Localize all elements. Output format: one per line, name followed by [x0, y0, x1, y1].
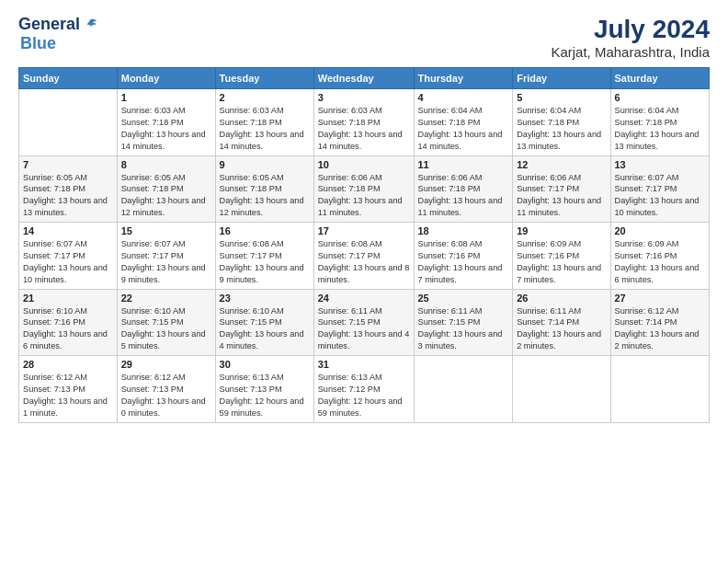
calendar-cell: 23Sunrise: 6:10 AMSunset: 7:15 PMDayligh… [215, 289, 313, 356]
calendar-cell: 6Sunrise: 6:04 AMSunset: 7:18 PMDaylight… [610, 89, 710, 156]
calendar-cell: 10Sunrise: 6:06 AMSunset: 7:18 PMDayligh… [313, 155, 414, 223]
day-number: 4 [418, 92, 509, 103]
calendar-cell: 16Sunrise: 6:08 AMSunset: 7:17 PMDayligh… [215, 223, 313, 290]
day-number: 11 [418, 159, 509, 170]
day-info: Sunrise: 6:04 AMSunset: 7:18 PMDaylight:… [517, 105, 606, 153]
calendar-cell: 17Sunrise: 6:08 AMSunset: 7:17 PMDayligh… [313, 223, 414, 290]
calendar-cell: 11Sunrise: 6:06 AMSunset: 7:18 PMDayligh… [414, 155, 513, 223]
calendar-cell: 1Sunrise: 6:03 AMSunset: 7:18 PMDaylight… [117, 89, 215, 156]
day-number: 14 [23, 225, 113, 236]
day-info: Sunrise: 6:10 AMSunset: 7:15 PMDaylight:… [121, 305, 211, 353]
day-info: Sunrise: 6:06 AMSunset: 7:18 PMDaylight:… [418, 172, 509, 220]
day-info: Sunrise: 6:08 AMSunset: 7:17 PMDaylight:… [318, 238, 410, 286]
calendar-cell: 28Sunrise: 6:12 AMSunset: 7:13 PMDayligh… [19, 356, 118, 423]
day-info: Sunrise: 6:08 AMSunset: 7:16 PMDaylight:… [418, 238, 509, 286]
weekday-header: Monday [117, 68, 215, 89]
calendar-cell: 19Sunrise: 6:09 AMSunset: 7:16 PMDayligh… [513, 223, 610, 290]
day-info: Sunrise: 6:07 AMSunset: 7:17 PMDaylight:… [615, 172, 706, 220]
calendar-cell: 29Sunrise: 6:12 AMSunset: 7:13 PMDayligh… [117, 356, 215, 423]
day-number: 25 [418, 293, 509, 304]
calendar-cell: 9Sunrise: 6:05 AMSunset: 7:18 PMDaylight… [215, 155, 313, 223]
calendar-week-row: 28Sunrise: 6:12 AMSunset: 7:13 PMDayligh… [19, 356, 710, 423]
calendar-week-row: 21Sunrise: 6:10 AMSunset: 7:16 PMDayligh… [19, 289, 710, 356]
day-info: Sunrise: 6:06 AMSunset: 7:18 PMDaylight:… [318, 172, 410, 220]
calendar-week-row: 7Sunrise: 6:05 AMSunset: 7:18 PMDaylight… [19, 155, 710, 223]
calendar-header-row: SundayMondayTuesdayWednesdayThursdayFrid… [19, 68, 710, 89]
logo-blue-text: Blue [20, 34, 56, 53]
calendar-cell: 8Sunrise: 6:05 AMSunset: 7:18 PMDaylight… [117, 155, 215, 223]
day-info: Sunrise: 6:11 AMSunset: 7:15 PMDaylight:… [418, 305, 509, 353]
day-number: 10 [318, 159, 410, 170]
day-info: Sunrise: 6:11 AMSunset: 7:14 PMDaylight:… [517, 305, 606, 353]
day-number: 16 [220, 225, 310, 236]
title-block: July 2024 Karjat, Maharashtra, India [551, 15, 710, 60]
weekday-header: Tuesday [215, 68, 313, 89]
calendar-cell: 14Sunrise: 6:07 AMSunset: 7:17 PMDayligh… [19, 223, 118, 290]
day-info: Sunrise: 6:05 AMSunset: 7:18 PMDaylight:… [121, 172, 211, 220]
calendar-cell: 20Sunrise: 6:09 AMSunset: 7:16 PMDayligh… [610, 223, 710, 290]
day-number: 3 [318, 92, 410, 103]
page: General Blue July 2024 Karjat, Maharasht… [0, 0, 728, 563]
day-info: Sunrise: 6:09 AMSunset: 7:16 PMDaylight:… [615, 238, 706, 286]
calendar-cell: 26Sunrise: 6:11 AMSunset: 7:14 PMDayligh… [513, 289, 610, 356]
day-number: 12 [517, 159, 606, 170]
calendar-cell: 2Sunrise: 6:03 AMSunset: 7:18 PMDaylight… [215, 89, 313, 156]
calendar-cell: 3Sunrise: 6:03 AMSunset: 7:18 PMDaylight… [313, 89, 414, 156]
page-title: July 2024 [551, 15, 710, 44]
day-number: 18 [418, 225, 509, 236]
day-number: 9 [220, 159, 310, 170]
day-number: 29 [121, 359, 211, 370]
day-number: 13 [615, 159, 706, 170]
weekday-header: Saturday [610, 68, 710, 89]
day-info: Sunrise: 6:07 AMSunset: 7:17 PMDaylight:… [121, 238, 211, 286]
calendar-cell: 12Sunrise: 6:06 AMSunset: 7:17 PMDayligh… [513, 155, 610, 223]
calendar-cell [610, 356, 710, 423]
weekday-header: Thursday [414, 68, 513, 89]
calendar-cell: 22Sunrise: 6:10 AMSunset: 7:15 PMDayligh… [117, 289, 215, 356]
day-info: Sunrise: 6:11 AMSunset: 7:15 PMDaylight:… [318, 305, 410, 353]
calendar-cell: 15Sunrise: 6:07 AMSunset: 7:17 PMDayligh… [117, 223, 215, 290]
day-number: 15 [121, 225, 211, 236]
calendar-week-row: 14Sunrise: 6:07 AMSunset: 7:17 PMDayligh… [19, 223, 710, 290]
calendar-cell [513, 356, 610, 423]
day-number: 22 [121, 293, 211, 304]
day-info: Sunrise: 6:03 AMSunset: 7:18 PMDaylight:… [318, 105, 410, 153]
calendar-cell: 7Sunrise: 6:05 AMSunset: 7:18 PMDaylight… [19, 155, 118, 223]
weekday-header: Sunday [19, 68, 118, 89]
calendar-cell: 30Sunrise: 6:13 AMSunset: 7:13 PMDayligh… [215, 356, 313, 423]
calendar-cell: 4Sunrise: 6:04 AMSunset: 7:18 PMDaylight… [414, 89, 513, 156]
day-number: 27 [615, 293, 706, 304]
day-info: Sunrise: 6:04 AMSunset: 7:18 PMDaylight:… [615, 105, 706, 153]
day-number: 30 [220, 359, 310, 370]
calendar-cell [19, 89, 118, 156]
calendar-cell: 27Sunrise: 6:12 AMSunset: 7:14 PMDayligh… [610, 289, 710, 356]
day-number: 19 [517, 225, 606, 236]
calendar-cell: 24Sunrise: 6:11 AMSunset: 7:15 PMDayligh… [313, 289, 414, 356]
day-number: 23 [220, 293, 310, 304]
day-info: Sunrise: 6:12 AMSunset: 7:13 PMDaylight:… [23, 372, 113, 419]
calendar-table: SundayMondayTuesdayWednesdayThursdayFrid… [18, 67, 710, 423]
day-number: 2 [220, 92, 310, 103]
day-number: 1 [121, 92, 211, 103]
day-number: 28 [23, 359, 113, 370]
day-info: Sunrise: 6:05 AMSunset: 7:18 PMDaylight:… [220, 172, 310, 220]
day-info: Sunrise: 6:13 AMSunset: 7:13 PMDaylight:… [220, 372, 310, 419]
day-info: Sunrise: 6:10 AMSunset: 7:16 PMDaylight:… [23, 305, 113, 353]
calendar-cell: 18Sunrise: 6:08 AMSunset: 7:16 PMDayligh… [414, 223, 513, 290]
calendar-cell: 31Sunrise: 6:13 AMSunset: 7:12 PMDayligh… [313, 356, 414, 423]
day-info: Sunrise: 6:13 AMSunset: 7:12 PMDaylight:… [318, 372, 410, 419]
day-info: Sunrise: 6:12 AMSunset: 7:14 PMDaylight:… [615, 305, 706, 353]
day-info: Sunrise: 6:07 AMSunset: 7:17 PMDaylight:… [23, 238, 113, 286]
day-info: Sunrise: 6:12 AMSunset: 7:13 PMDaylight:… [121, 372, 211, 419]
day-info: Sunrise: 6:10 AMSunset: 7:15 PMDaylight:… [220, 305, 310, 353]
weekday-header: Wednesday [313, 68, 414, 89]
calendar-cell [414, 356, 513, 423]
day-info: Sunrise: 6:09 AMSunset: 7:16 PMDaylight:… [517, 238, 606, 286]
logo-text: General [18, 15, 98, 34]
calendar-cell: 25Sunrise: 6:11 AMSunset: 7:15 PMDayligh… [414, 289, 513, 356]
day-info: Sunrise: 6:06 AMSunset: 7:17 PMDaylight:… [517, 172, 606, 220]
day-number: 24 [318, 293, 410, 304]
day-number: 20 [615, 225, 706, 236]
day-number: 8 [121, 159, 211, 170]
day-number: 6 [615, 92, 706, 103]
